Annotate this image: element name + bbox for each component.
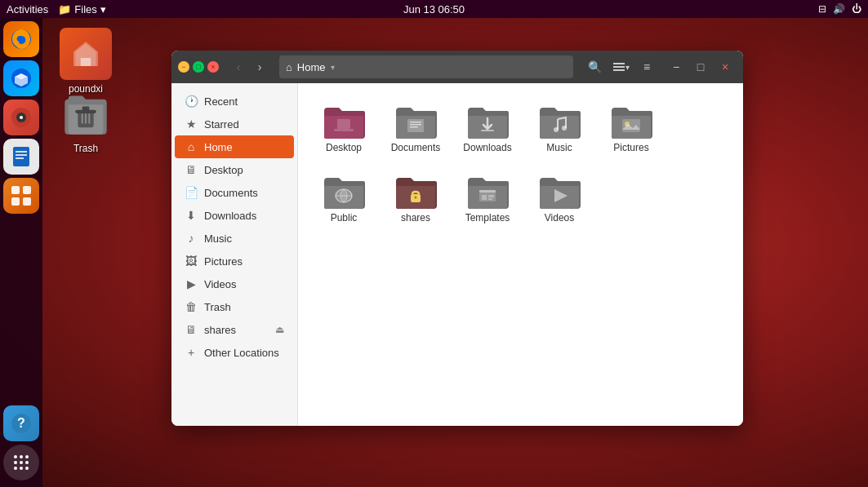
sidebar-label-music: Music: [204, 232, 232, 245]
thunderbird-icon: [8, 65, 34, 91]
view-options-button[interactable]: ▾: [609, 55, 632, 78]
eject-icon[interactable]: ⏏: [275, 324, 284, 335]
svg-rect-43: [622, 119, 640, 132]
search-button[interactable]: 🔍: [583, 55, 606, 78]
help-dock-icon[interactable]: ?: [3, 405, 39, 441]
sidebar-label-starred: Starred: [204, 118, 239, 131]
file-label-downloads: Downloads: [463, 142, 511, 153]
svg-rect-32: [613, 66, 625, 68]
trash-desktop-icon[interactable]: Trash: [49, 82, 122, 159]
svg-rect-6: [13, 147, 29, 166]
home-icon: ⌂: [185, 140, 198, 153]
file-item-public[interactable]: Public: [311, 166, 376, 230]
svg-rect-39: [410, 126, 418, 128]
thunderbird-dock-icon[interactable]: [3, 60, 39, 96]
menu-button[interactable]: ≡: [635, 55, 658, 78]
home-location-icon: ⌂: [286, 61, 292, 73]
forward-button[interactable]: ›: [250, 57, 269, 77]
svg-rect-30: [88, 113, 90, 124]
svg-rect-34: [337, 119, 350, 129]
sound-icon: 🔊: [833, 3, 845, 15]
files-menu[interactable]: 📁 Files ▾: [58, 3, 105, 15]
window-close-btn[interactable]: ×: [714, 55, 737, 78]
help-icon: ?: [8, 410, 34, 436]
sidebar-item-music[interactable]: ♪ Music: [175, 227, 294, 250]
sidebar-label-trash: Trash: [204, 301, 231, 313]
maximize-button[interactable]: □: [193, 61, 204, 73]
shares-icon: 🖥: [185, 323, 198, 336]
svg-point-24: [25, 467, 29, 470]
sidebar-item-documents[interactable]: 📄 Documents: [175, 181, 294, 204]
sidebar-item-recent[interactable]: 🕐 Recent: [175, 90, 294, 113]
file-item-templates[interactable]: Templates: [455, 166, 520, 230]
trash-svg: [65, 89, 107, 138]
network-icon: ⊟: [818, 3, 826, 15]
sidebar-item-starred[interactable]: ★ Starred: [175, 113, 294, 135]
sidebar-label-recent: Recent: [204, 95, 238, 108]
file-item-videos[interactable]: Videos: [527, 166, 592, 230]
sidebar-item-shares[interactable]: 🖥 shares ⏏: [175, 318, 294, 341]
svg-point-19: [14, 461, 17, 464]
videos-icon: ▶: [185, 277, 198, 290]
window-minimize-btn[interactable]: −: [665, 55, 688, 78]
svg-rect-31: [613, 63, 625, 64]
svg-rect-52: [488, 198, 492, 200]
shares-folder-icon: [394, 173, 437, 209]
rhythmbox-dock-icon[interactable]: [3, 100, 39, 135]
sidebar: 🕐 Recent ★ Starred ⌂ Home 🖥 Desktop 📄 Do…: [171, 83, 298, 426]
sidebar-item-other[interactable]: + Other Locations: [175, 341, 294, 364]
files-icon: 📁: [58, 3, 71, 15]
file-label-public: Public: [331, 212, 358, 224]
svg-point-23: [20, 467, 23, 470]
apps-grid-icon: [11, 453, 31, 472]
sidebar-item-desktop[interactable]: 🖥 Desktop: [175, 158, 294, 181]
file-item-documents[interactable]: Documents: [383, 96, 448, 160]
topbar: Activities 📁 Files ▾ Jun 13 06:50 ⊟ 🔊 ⏻: [0, 0, 868, 18]
file-item-downloads[interactable]: Downloads: [455, 96, 520, 160]
file-item-pictures[interactable]: Pictures: [599, 96, 664, 160]
file-item-shares[interactable]: shares: [383, 166, 448, 230]
sidebar-item-downloads[interactable]: ⬇ Downloads: [175, 204, 294, 227]
file-label-templates: Templates: [465, 212, 510, 224]
downloads-folder-icon: [466, 103, 509, 139]
trash-label: Trash: [73, 143, 98, 154]
window-maximize-btn[interactable]: □: [689, 55, 712, 78]
minimize-button[interactable]: −: [178, 61, 189, 73]
svg-rect-27: [82, 106, 90, 110]
location-dropdown-arrow: ▾: [331, 63, 335, 72]
svg-rect-13: [23, 197, 31, 206]
app-center-dock-icon[interactable]: [3, 178, 39, 214]
videos-folder-icon: [538, 173, 581, 209]
svg-point-22: [14, 467, 17, 470]
trash-folder-icon: [60, 87, 112, 139]
sidebar-item-videos[interactable]: ▶ Videos: [175, 272, 294, 295]
sidebar-item-home[interactable]: ⌂ Home: [175, 135, 294, 158]
documents-folder-icon: [394, 103, 437, 139]
activities-button[interactable]: Activities: [7, 3, 48, 15]
firefox-dock-icon[interactable]: [3, 21, 39, 57]
pictures-icon: 🖼: [185, 255, 198, 268]
svg-point-16: [14, 455, 17, 458]
svg-rect-38: [410, 124, 421, 126]
svg-rect-37: [410, 122, 421, 123]
svg-rect-8: [16, 154, 27, 156]
sidebar-label-videos: Videos: [204, 278, 237, 290]
svg-text:?: ?: [17, 416, 25, 430]
dock: ?: [0, 18, 42, 487]
sidebar-label-other: Other Locations: [204, 347, 279, 359]
sidebar-item-pictures[interactable]: 🖼 Pictures: [175, 250, 294, 272]
back-button[interactable]: ‹: [229, 57, 248, 77]
file-item-desktop[interactable]: Desktop: [311, 96, 376, 160]
close-button[interactable]: ×: [207, 61, 219, 73]
show-applications-button[interactable]: [3, 445, 39, 480]
sidebar-item-trash[interactable]: 🗑 Trash: [175, 295, 294, 318]
window-titlebar: − □ × ‹ › ⌂ Home ▾ 🔍 ▾ ≡ −: [171, 51, 743, 83]
titlebar-actions: 🔍 ▾ ≡: [583, 55, 658, 78]
svg-point-20: [20, 461, 23, 464]
location-bar[interactable]: ⌂ Home ▾: [279, 55, 573, 78]
svg-point-21: [25, 461, 29, 464]
writer-dock-icon[interactable]: [3, 139, 39, 175]
file-item-music[interactable]: Music: [527, 96, 592, 160]
file-manager-window: − □ × ‹ › ⌂ Home ▾ 🔍 ▾ ≡ −: [171, 51, 743, 426]
topbar-right: ⊟ 🔊 ⏻: [818, 3, 861, 15]
